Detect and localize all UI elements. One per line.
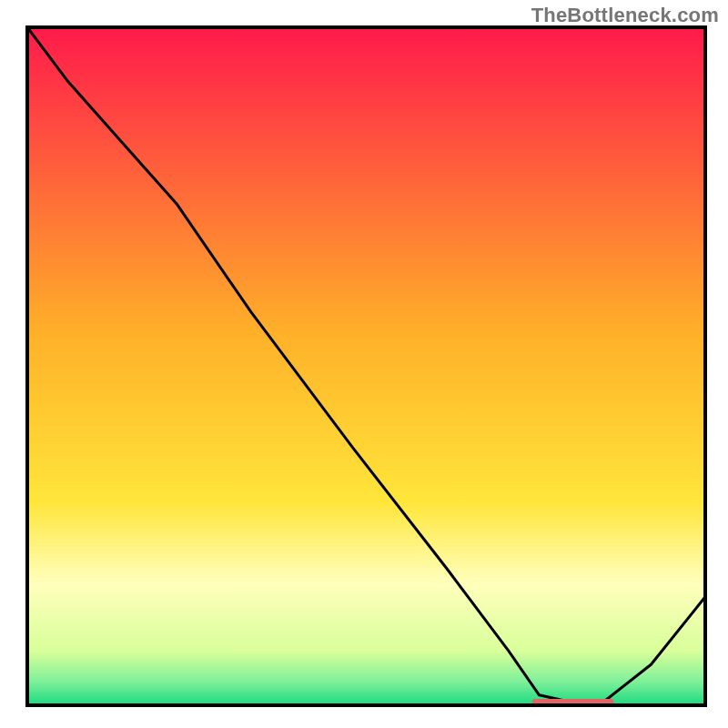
chart-stage: TheBottleneck.com <box>0 0 728 728</box>
bottleneck-chart <box>0 0 728 728</box>
gradient-background <box>27 27 705 705</box>
